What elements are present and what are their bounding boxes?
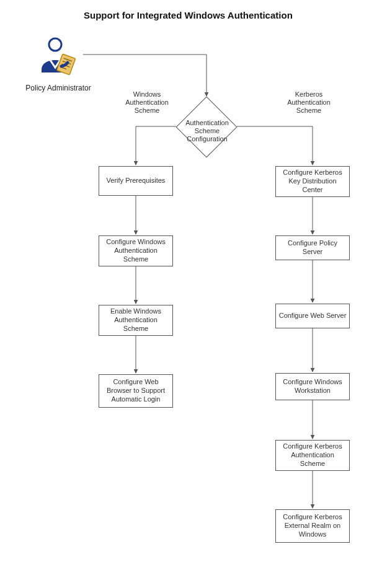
page-title: Support for Integrated Windows Authentic… [84,10,293,20]
right-step-5: Configure Kerberos Authentication Scheme [275,440,350,471]
branch-label-left: Windows Authentication Scheme [122,90,172,115]
right-step-4: Configure Windows Workstation [275,373,350,400]
svg-point-0 [49,38,61,51]
left-step-2: Configure Windows Authentication Scheme [99,235,173,266]
right-step-2: Configure Policy Server [275,235,350,260]
left-step-1: Verify Prerequisites [99,166,173,196]
right-step-1: Configure Kerberos Key Distribution Cent… [275,166,350,197]
decision-label: Authentication Scheme Configuration [176,119,238,144]
actor-label: Policy Administrator [21,84,96,92]
branch-label-right: Kerberos Authentication Scheme [284,90,334,115]
right-step-6: Configure Kerberos External Realm on Win… [275,509,350,543]
right-step-3: Configure Web Server [275,304,350,328]
flowchart-canvas: Support for Integrated Windows Authentic… [0,0,382,588]
left-step-3: Enable Windows Authentication Scheme [99,305,173,336]
left-step-4: Configure Web Browser to Support Automat… [99,374,173,408]
actor-icon [37,35,80,81]
